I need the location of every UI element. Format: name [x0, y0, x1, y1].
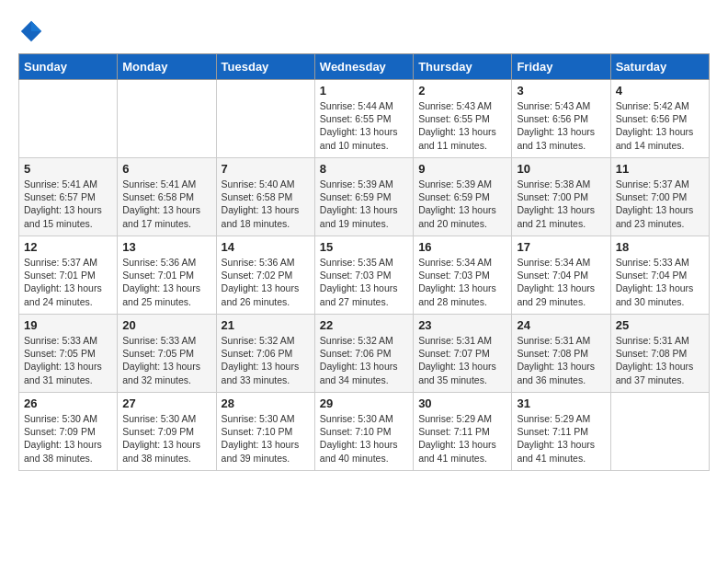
day-info: Sunrise: 5:42 AM Sunset: 6:56 PM Dayligh… [616, 99, 704, 152]
day-number: 3 [517, 84, 605, 98]
day-info: Sunrise: 5:34 AM Sunset: 7:03 PM Dayligh… [418, 256, 506, 308]
weekday-header-wednesday: Wednesday [314, 54, 413, 80]
day-number: 8 [320, 162, 408, 176]
svg-marker-1 [31, 21, 41, 31]
calendar-cell: 24Sunrise: 5:31 AM Sunset: 7:08 PM Dayli… [512, 315, 610, 393]
calendar-cell [19, 80, 118, 158]
day-info: Sunrise: 5:29 AM Sunset: 7:11 PM Dayligh… [418, 412, 506, 465]
calendar-cell: 21Sunrise: 5:32 AM Sunset: 7:06 PM Dayli… [216, 315, 314, 393]
day-info: Sunrise: 5:30 AM Sunset: 7:10 PM Dayligh… [222, 412, 310, 465]
calendar-table: SundayMondayTuesdayWednesdayThursdayFrid… [18, 53, 710, 471]
weekday-header-sunday: Sunday [19, 54, 118, 80]
day-number: 6 [122, 162, 210, 176]
calendar-cell: 2Sunrise: 5:43 AM Sunset: 6:55 PM Daylig… [414, 80, 512, 158]
day-info: Sunrise: 5:30 AM Sunset: 7:09 PM Dayligh… [122, 412, 210, 465]
day-number: 5 [24, 162, 112, 176]
weekday-header-tuesday: Tuesday [216, 54, 314, 80]
day-info: Sunrise: 5:31 AM Sunset: 7:08 PM Dayligh… [517, 334, 605, 386]
calendar-cell: 29Sunrise: 5:30 AM Sunset: 7:10 PM Dayli… [314, 393, 413, 471]
calendar-cell: 28Sunrise: 5:30 AM Sunset: 7:10 PM Dayli… [216, 393, 314, 471]
day-info: Sunrise: 5:39 AM Sunset: 6:59 PM Dayligh… [320, 178, 408, 230]
day-number: 18 [616, 240, 704, 254]
week-row-2: 5Sunrise: 5:41 AM Sunset: 6:57 PM Daylig… [19, 158, 710, 236]
day-info: Sunrise: 5:36 AM Sunset: 7:02 PM Dayligh… [222, 256, 310, 308]
day-number: 9 [418, 162, 506, 176]
calendar-cell: 16Sunrise: 5:34 AM Sunset: 7:03 PM Dayli… [414, 236, 512, 315]
calendar-cell: 17Sunrise: 5:34 AM Sunset: 7:04 PM Dayli… [512, 236, 610, 315]
day-number: 13 [122, 240, 210, 254]
day-number: 21 [222, 318, 310, 332]
day-number: 26 [24, 396, 112, 410]
calendar-cell: 10Sunrise: 5:38 AM Sunset: 7:00 PM Dayli… [512, 158, 610, 236]
day-number: 11 [616, 162, 704, 176]
day-number: 28 [222, 396, 310, 410]
day-number: 25 [616, 318, 704, 332]
day-number: 22 [320, 318, 408, 332]
day-info: Sunrise: 5:33 AM Sunset: 7:04 PM Dayligh… [616, 256, 704, 308]
day-number: 29 [320, 396, 408, 410]
day-info: Sunrise: 5:37 AM Sunset: 7:01 PM Dayligh… [24, 256, 112, 308]
weekday-header-monday: Monday [118, 54, 216, 80]
day-number: 16 [418, 240, 506, 254]
calendar-cell: 30Sunrise: 5:29 AM Sunset: 7:11 PM Dayli… [414, 393, 512, 471]
calendar-cell: 27Sunrise: 5:30 AM Sunset: 7:09 PM Dayli… [118, 393, 216, 471]
calendar-cell: 13Sunrise: 5:36 AM Sunset: 7:01 PM Dayli… [118, 236, 216, 315]
calendar-cell: 12Sunrise: 5:37 AM Sunset: 7:01 PM Dayli… [19, 236, 118, 315]
day-info: Sunrise: 5:35 AM Sunset: 7:03 PM Dayligh… [320, 256, 408, 308]
day-info: Sunrise: 5:34 AM Sunset: 7:04 PM Dayligh… [517, 256, 605, 308]
day-number: 7 [222, 162, 310, 176]
day-number: 12 [24, 240, 112, 254]
day-number: 14 [222, 240, 310, 254]
day-info: Sunrise: 5:41 AM Sunset: 6:57 PM Dayligh… [24, 178, 112, 230]
weekday-header-thursday: Thursday [414, 54, 512, 80]
day-number: 10 [517, 162, 605, 176]
day-number: 20 [122, 318, 210, 332]
calendar-cell: 11Sunrise: 5:37 AM Sunset: 7:00 PM Dayli… [610, 158, 709, 236]
day-info: Sunrise: 5:40 AM Sunset: 6:58 PM Dayligh… [222, 178, 310, 230]
calendar-cell: 14Sunrise: 5:36 AM Sunset: 7:02 PM Dayli… [216, 236, 314, 315]
logo-icon [18, 18, 44, 44]
calendar-cell: 4Sunrise: 5:42 AM Sunset: 6:56 PM Daylig… [610, 80, 709, 158]
weekday-header-friday: Friday [512, 54, 610, 80]
day-number: 2 [418, 84, 506, 98]
calendar-cell: 7Sunrise: 5:40 AM Sunset: 6:58 PM Daylig… [216, 158, 314, 236]
day-info: Sunrise: 5:43 AM Sunset: 6:55 PM Dayligh… [418, 99, 506, 152]
calendar-cell: 22Sunrise: 5:32 AM Sunset: 7:06 PM Dayli… [314, 315, 413, 393]
calendar-cell: 19Sunrise: 5:33 AM Sunset: 7:05 PM Dayli… [19, 315, 118, 393]
day-number: 4 [616, 84, 704, 98]
calendar-cell: 1Sunrise: 5:44 AM Sunset: 6:55 PM Daylig… [314, 80, 413, 158]
week-row-3: 12Sunrise: 5:37 AM Sunset: 7:01 PM Dayli… [19, 236, 710, 315]
day-info: Sunrise: 5:30 AM Sunset: 7:09 PM Dayligh… [24, 412, 112, 465]
day-info: Sunrise: 5:32 AM Sunset: 7:06 PM Dayligh… [320, 334, 408, 386]
logo [18, 18, 48, 44]
day-number: 23 [418, 318, 506, 332]
calendar-cell [118, 80, 216, 158]
day-info: Sunrise: 5:41 AM Sunset: 6:58 PM Dayligh… [122, 178, 210, 230]
week-row-1: 1Sunrise: 5:44 AM Sunset: 6:55 PM Daylig… [19, 80, 710, 158]
day-number: 19 [24, 318, 112, 332]
header [18, 18, 710, 44]
calendar-cell: 31Sunrise: 5:29 AM Sunset: 7:11 PM Dayli… [512, 393, 610, 471]
calendar-cell: 15Sunrise: 5:35 AM Sunset: 7:03 PM Dayli… [314, 236, 413, 315]
day-info: Sunrise: 5:33 AM Sunset: 7:05 PM Dayligh… [122, 334, 210, 386]
day-info: Sunrise: 5:43 AM Sunset: 6:56 PM Dayligh… [517, 99, 605, 152]
weekday-header-row: SundayMondayTuesdayWednesdayThursdayFrid… [19, 54, 710, 80]
calendar-cell: 6Sunrise: 5:41 AM Sunset: 6:58 PM Daylig… [118, 158, 216, 236]
day-info: Sunrise: 5:38 AM Sunset: 7:00 PM Dayligh… [517, 178, 605, 230]
calendar-cell: 3Sunrise: 5:43 AM Sunset: 6:56 PM Daylig… [512, 80, 610, 158]
day-number: 30 [418, 396, 506, 410]
calendar-cell: 8Sunrise: 5:39 AM Sunset: 6:59 PM Daylig… [314, 158, 413, 236]
day-info: Sunrise: 5:33 AM Sunset: 7:05 PM Dayligh… [24, 334, 112, 386]
day-info: Sunrise: 5:39 AM Sunset: 6:59 PM Dayligh… [418, 178, 506, 230]
weekday-header-saturday: Saturday [610, 54, 709, 80]
day-info: Sunrise: 5:30 AM Sunset: 7:10 PM Dayligh… [320, 412, 408, 465]
calendar-cell: 5Sunrise: 5:41 AM Sunset: 6:57 PM Daylig… [19, 158, 118, 236]
calendar-cell: 25Sunrise: 5:31 AM Sunset: 7:08 PM Dayli… [610, 315, 709, 393]
day-info: Sunrise: 5:31 AM Sunset: 7:08 PM Dayligh… [616, 334, 704, 386]
calendar-cell: 20Sunrise: 5:33 AM Sunset: 7:05 PM Dayli… [118, 315, 216, 393]
day-info: Sunrise: 5:31 AM Sunset: 7:07 PM Dayligh… [418, 334, 506, 386]
day-info: Sunrise: 5:32 AM Sunset: 7:06 PM Dayligh… [222, 334, 310, 386]
day-info: Sunrise: 5:44 AM Sunset: 6:55 PM Dayligh… [320, 99, 408, 152]
calendar-cell: 23Sunrise: 5:31 AM Sunset: 7:07 PM Dayli… [414, 315, 512, 393]
day-info: Sunrise: 5:29 AM Sunset: 7:11 PM Dayligh… [517, 412, 605, 465]
